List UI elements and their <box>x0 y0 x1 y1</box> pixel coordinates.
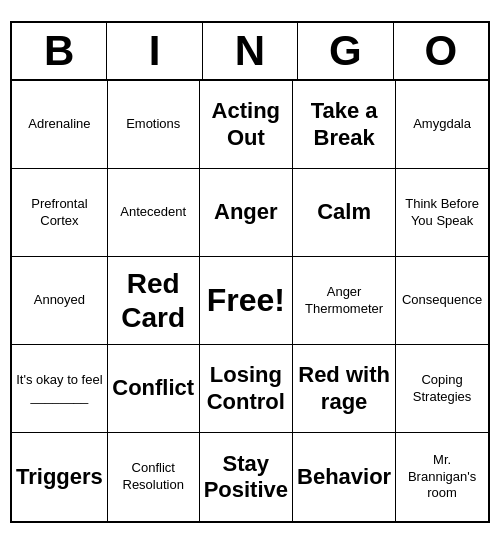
bingo-cell-5: Prefrontal Cortex <box>12 169 108 257</box>
bingo-letter-G: G <box>298 23 393 79</box>
cell-text-20: Triggers <box>16 464 103 490</box>
bingo-cell-13: Anger Thermometer <box>293 257 396 345</box>
cell-text-21: Conflict Resolution <box>112 460 195 494</box>
cell-text-17: Losing Control <box>204 362 288 415</box>
cell-text-24: Mr. Brannigan's room <box>400 452 484 503</box>
cell-text-11: Red Card <box>112 267 195 334</box>
bingo-cell-21: Conflict Resolution <box>108 433 200 521</box>
cell-text-2: Acting Out <box>204 98 288 151</box>
bingo-cell-14: Consequence <box>396 257 488 345</box>
bingo-cell-15: It's okay to feel ________ <box>12 345 108 433</box>
cell-text-14: Consequence <box>402 292 482 309</box>
bingo-cell-10: Annoyed <box>12 257 108 345</box>
bingo-cell-2: Acting Out <box>200 81 293 169</box>
bingo-card: BINGO AdrenalineEmotionsActing OutTake a… <box>10 21 490 523</box>
cell-text-9: Think Before You Speak <box>400 196 484 230</box>
cell-text-4: Amygdala <box>413 116 471 133</box>
cell-text-18: Red with rage <box>297 362 391 415</box>
cell-text-8: Calm <box>317 199 371 225</box>
bingo-letter-O: O <box>394 23 488 79</box>
bingo-cell-24: Mr. Brannigan's room <box>396 433 488 521</box>
cell-text-22: Stay Positive <box>204 451 288 504</box>
bingo-cell-4: Amygdala <box>396 81 488 169</box>
bingo-letter-N: N <box>203 23 298 79</box>
cell-text-6: Antecedent <box>120 204 186 221</box>
bingo-cell-16: Conflict <box>108 345 200 433</box>
cell-text-10: Annoyed <box>34 292 85 309</box>
bingo-cell-0: Adrenaline <box>12 81 108 169</box>
cell-text-23: Behavior <box>297 464 391 490</box>
cell-text-5: Prefrontal Cortex <box>16 196 103 230</box>
bingo-cell-8: Calm <box>293 169 396 257</box>
bingo-cell-23: Behavior <box>293 433 396 521</box>
bingo-cell-18: Red with rage <box>293 345 396 433</box>
cell-text-3: Take a Break <box>297 98 391 151</box>
bingo-cell-12: Free! <box>200 257 293 345</box>
cell-text-13: Anger Thermometer <box>297 284 391 318</box>
bingo-cell-3: Take a Break <box>293 81 396 169</box>
bingo-cell-11: Red Card <box>108 257 200 345</box>
cell-text-15: It's okay to feel ________ <box>16 372 103 406</box>
bingo-cell-7: Anger <box>200 169 293 257</box>
cell-text-1: Emotions <box>126 116 180 133</box>
bingo-cell-22: Stay Positive <box>200 433 293 521</box>
bingo-cell-1: Emotions <box>108 81 200 169</box>
bingo-cell-9: Think Before You Speak <box>396 169 488 257</box>
cell-text-0: Adrenaline <box>28 116 90 133</box>
bingo-header: BINGO <box>12 23 488 81</box>
bingo-letter-B: B <box>12 23 107 79</box>
cell-text-19: Coping Strategies <box>400 372 484 406</box>
bingo-cell-20: Triggers <box>12 433 108 521</box>
bingo-letter-I: I <box>107 23 202 79</box>
cell-text-7: Anger <box>214 199 278 225</box>
cell-text-12: Free! <box>207 283 285 318</box>
bingo-cell-19: Coping Strategies <box>396 345 488 433</box>
bingo-cell-17: Losing Control <box>200 345 293 433</box>
cell-text-16: Conflict <box>112 375 194 401</box>
bingo-cell-6: Antecedent <box>108 169 200 257</box>
bingo-grid: AdrenalineEmotionsActing OutTake a Break… <box>12 81 488 521</box>
